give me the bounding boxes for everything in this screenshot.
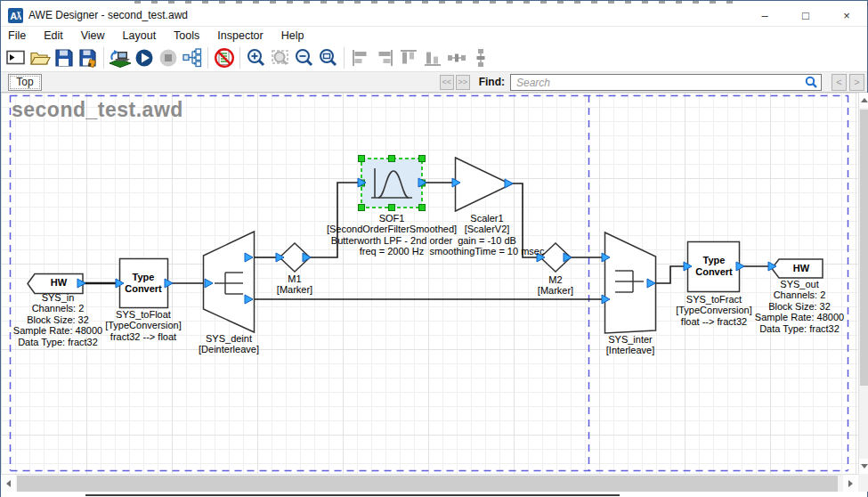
block-prop: fract32 --> float xyxy=(105,331,182,342)
run-icon xyxy=(134,47,155,69)
block-name: SYS_deint xyxy=(199,333,259,344)
menu-tools[interactable]: Tools xyxy=(165,29,208,42)
zoom-in-button[interactable] xyxy=(244,46,268,69)
sys-out-shape-text: HW xyxy=(793,263,809,274)
align-left-button[interactable] xyxy=(348,46,372,69)
propagate-changes-button[interactable] xyxy=(180,46,204,69)
sys-in-labels: SYS_in Channels: 2 Block Size: 32 Sample… xyxy=(13,292,102,347)
menu-view[interactable]: View xyxy=(72,29,114,42)
new-design-icon xyxy=(5,47,27,69)
toolbar-separator xyxy=(207,47,208,69)
block-type: [Marker] xyxy=(538,285,573,296)
toolbar-separator xyxy=(239,47,240,69)
chevron-up-icon xyxy=(861,98,868,102)
open-button[interactable] xyxy=(28,46,52,69)
zoom-fit-button[interactable] xyxy=(316,46,340,69)
history-back-button[interactable]: << xyxy=(440,75,454,90)
block-prop: float --> fract32 xyxy=(676,316,752,327)
distribute-horizontal-icon xyxy=(446,47,467,69)
block-prop: Sample Rate: 48000 xyxy=(13,325,102,336)
toggle-inspectors-button[interactable] xyxy=(212,46,236,69)
find-prev-button[interactable]: < xyxy=(831,74,847,91)
title-bar: A AWE Designer - second_test.awd – □ × xyxy=(1,4,867,27)
block-name: SYS_out xyxy=(755,279,844,289)
block-prop: Data Type: fract32 xyxy=(13,337,102,347)
block-name: Scaler1 xyxy=(430,213,545,224)
toolbar xyxy=(1,45,867,72)
minimize-button[interactable]: – xyxy=(744,4,785,26)
zoom-out-button[interactable] xyxy=(292,46,316,69)
stop-button[interactable] xyxy=(156,46,180,69)
align-top-button[interactable] xyxy=(396,46,420,69)
scroll-down-button[interactable] xyxy=(859,459,868,474)
block-prop: smoothingTime = 10 msec xyxy=(430,246,545,257)
block-type: [TypeConversion] xyxy=(676,305,752,315)
distribute-horizontal-button[interactable] xyxy=(444,46,468,69)
clipped-text-fragments xyxy=(85,494,620,496)
history-forward-button[interactable]: >> xyxy=(456,75,470,90)
menu-file[interactable]: File xyxy=(1,29,35,42)
scroll-right-button[interactable] xyxy=(843,475,858,493)
block-name: M1 xyxy=(277,273,312,284)
block-prop: Block Size: 32 xyxy=(13,314,102,325)
find-next-button[interactable]: > xyxy=(849,74,864,91)
menu-inspector[interactable]: Inspector xyxy=(208,29,272,42)
no-inspectors-icon xyxy=(214,47,235,69)
clipped-text-fragments xyxy=(134,1,740,4)
scroll-up-button[interactable] xyxy=(859,93,868,108)
menu-help[interactable]: Help xyxy=(272,29,313,42)
horizontal-scroll-thumb[interactable] xyxy=(17,476,838,492)
scroll-left-button[interactable] xyxy=(1,475,16,493)
zoom-to-selection-button[interactable] xyxy=(268,46,292,69)
vertical-scroll-thumb[interactable] xyxy=(860,110,868,386)
svg-text:A: A xyxy=(10,10,17,20)
sys-tofract-labels: SYS_toFract [TypeConversion] float --> f… xyxy=(676,294,752,327)
align-right-button[interactable] xyxy=(372,46,396,69)
wire-inter-tofract[interactable] xyxy=(655,266,687,283)
connect-to-target-button[interactable] xyxy=(108,46,132,69)
tab-top-level[interactable]: Top xyxy=(8,74,42,91)
save-button[interactable] xyxy=(52,46,76,69)
menu-edit[interactable]: Edit xyxy=(35,29,72,42)
maximize-button[interactable]: □ xyxy=(785,4,826,26)
chevron-down-icon xyxy=(861,464,868,468)
run-button[interactable] xyxy=(132,46,156,69)
stop-icon xyxy=(158,47,179,69)
sys-deint-labels: SYS_deint [Deinterleave] xyxy=(199,333,259,355)
block-prop: Data Type: fract32 xyxy=(755,323,844,334)
app-window: A AWE Designer - second_test.awd – □ × F… xyxy=(0,0,868,497)
sys-tofloat-labels: SYS_toFloat [TypeConversion] fract32 -->… xyxy=(105,309,182,342)
new-design-button[interactable] xyxy=(4,46,28,69)
propagate-changes-icon xyxy=(182,47,203,69)
align-bottom-button[interactable] xyxy=(420,46,444,69)
block-prop: Channels: 2 xyxy=(13,303,102,314)
save-icon xyxy=(53,47,75,69)
sys-out-labels: SYS_out Channels: 2 Block Size: 32 Sampl… xyxy=(755,279,844,334)
search-icon[interactable] xyxy=(805,76,818,89)
horizontal-scrollbar[interactable] xyxy=(1,474,858,492)
vertical-scrollbar[interactable] xyxy=(858,93,868,474)
align-top-icon xyxy=(398,47,419,69)
sys-inter-labels: SYS_inter [Interleave] xyxy=(606,334,654,356)
block-scaler1[interactable] xyxy=(456,158,512,211)
save-as-button[interactable] xyxy=(76,46,100,69)
distribute-vertical-button[interactable] xyxy=(468,46,492,69)
block-type: [ScalerV2] xyxy=(430,224,545,234)
block-type: [Interleave] xyxy=(606,345,654,355)
navigation-bar: Top << >> Find: < > xyxy=(1,72,867,93)
close-button[interactable]: × xyxy=(826,4,867,26)
menu-layout[interactable]: Layout xyxy=(114,29,166,42)
awe-logo-icon: A xyxy=(8,8,23,23)
connect-to-target-icon xyxy=(109,47,132,69)
align-left-icon xyxy=(350,47,371,69)
block-sof1-selected[interactable] xyxy=(359,156,426,211)
block-type: [Marker] xyxy=(277,284,312,295)
align-right-icon xyxy=(374,47,395,69)
block-prop: Channels: 2 xyxy=(755,289,844,300)
toolbar-separator xyxy=(344,47,345,69)
find-label: Find: xyxy=(479,76,505,88)
chevron-right-icon xyxy=(848,480,853,487)
design-canvas[interactable]: second_test.awd xyxy=(1,93,858,474)
zoom-fit-icon xyxy=(318,47,339,69)
search-input[interactable] xyxy=(510,74,822,91)
